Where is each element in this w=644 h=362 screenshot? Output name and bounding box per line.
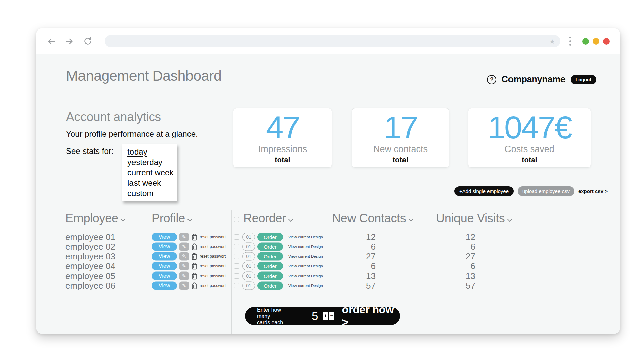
refresh-icon[interactable] <box>83 36 93 46</box>
column-header-unique-visits[interactable]: Unique Visits <box>436 211 512 225</box>
trash-icon[interactable] <box>191 243 197 250</box>
new-contacts-value: 57 <box>338 280 376 291</box>
export-csv-link[interactable]: export csv > <box>578 188 608 194</box>
period-option-last-week[interactable]: last week <box>127 178 177 188</box>
stat-sub: total <box>468 156 591 164</box>
stat-value: 1047€ <box>468 112 591 143</box>
cards-quantity-value[interactable]: 5 <box>312 309 318 323</box>
trash-icon[interactable] <box>191 282 197 289</box>
order-button[interactable]: Order <box>257 262 283 270</box>
view-button[interactable]: View <box>152 242 177 251</box>
help-icon[interactable]: ? <box>487 75 496 84</box>
order-button[interactable]: Order <box>257 242 283 251</box>
unique-visits-value: 13 <box>439 270 475 281</box>
stat-card-costs-saved: 1047€ Costs saved total <box>468 108 591 168</box>
trash-icon[interactable] <box>191 252 197 260</box>
view-current-design-link[interactable]: View current Design <box>288 274 323 278</box>
view-current-design-link[interactable]: View current Design <box>288 235 323 239</box>
increase-quantity-button[interactable]: + <box>323 312 328 320</box>
order-button[interactable]: Order <box>257 272 283 280</box>
reset-password-link[interactable]: reset passwort <box>200 254 226 259</box>
analytics-subtitle: Your profile performance at a glance. <box>66 129 198 139</box>
reset-password-link[interactable]: reset passwort <box>200 244 226 249</box>
reorder-checkbox[interactable] <box>234 234 239 240</box>
employee-name: employee 04 <box>65 261 115 271</box>
traffic-light-green[interactable] <box>582 38 589 45</box>
column-header-profile[interactable]: Profile <box>152 211 192 225</box>
edit-pencil-icon[interactable]: ✎ <box>179 272 189 280</box>
view-button[interactable]: View <box>152 252 177 260</box>
edit-pencil-icon[interactable]: ✎ <box>179 242 189 251</box>
view-button[interactable]: View <box>152 281 177 290</box>
reorder-checkbox[interactable] <box>234 254 239 259</box>
reset-password-link[interactable]: reset passwort <box>200 283 226 288</box>
stat-card-impressions: 47 Impressions total <box>233 108 332 168</box>
quantity-badge[interactable]: 01 <box>242 242 255 251</box>
trash-icon[interactable] <box>191 262 197 270</box>
trash-icon[interactable] <box>191 233 197 241</box>
select-all-checkbox[interactable] <box>234 217 239 222</box>
order-button[interactable]: Order <box>257 233 283 241</box>
quantity-badge[interactable]: 01 <box>242 233 255 241</box>
table-row: employee 02 View ✎ reset passwort 01 Ord… <box>36 242 620 251</box>
view-current-design-link[interactable]: View current Design <box>288 254 323 258</box>
browser-nav <box>46 36 93 46</box>
reorder-checkbox[interactable] <box>234 283 239 288</box>
view-button[interactable]: View <box>152 233 177 241</box>
reorder-checkbox[interactable] <box>234 273 239 279</box>
order-now-button[interactable]: order now > <box>342 303 400 329</box>
quantity-badge[interactable]: 01 <box>242 281 255 290</box>
view-current-design-link[interactable]: View current Design <box>288 264 323 268</box>
dashboard-content: Management Dashboard ? Companyname Logou… <box>36 54 620 334</box>
order-now-bar[interactable]: Enter how many cards each 5 + − order no… <box>245 307 400 325</box>
quantity-badge[interactable]: 01 <box>242 262 255 270</box>
upload-employee-csv-button[interactable]: upload employee csv <box>518 186 574 196</box>
decrease-quantity-button[interactable]: − <box>329 312 334 320</box>
order-button[interactable]: Order <box>257 281 283 290</box>
quantity-badge[interactable]: 01 <box>242 272 255 280</box>
table-row: employee 06 View ✎ reset passwort 01 Ord… <box>36 281 620 290</box>
reset-password-link[interactable]: reset passwort <box>200 235 226 239</box>
view-button[interactable]: View <box>152 272 177 280</box>
view-current-design-link[interactable]: View current Design <box>288 284 323 288</box>
bookmark-star-icon[interactable]: ★ <box>549 38 555 44</box>
column-header-reorder[interactable]: Reorder <box>243 211 292 225</box>
period-option-yesterday[interactable]: yesterday <box>127 157 177 167</box>
traffic-light-red[interactable] <box>603 38 610 45</box>
new-contacts-value: 6 <box>338 261 376 271</box>
forward-icon[interactable] <box>64 36 74 46</box>
employee-name: employee 05 <box>65 270 115 281</box>
table-row: employee 01 View ✎ reset passwort 01 Ord… <box>36 232 620 242</box>
reset-password-link[interactable]: reset passwort <box>200 264 226 268</box>
order-button[interactable]: Order <box>257 252 283 260</box>
edit-pencil-icon[interactable]: ✎ <box>179 233 189 241</box>
stat-card-new-contacts: 17 New contacts total <box>352 108 449 168</box>
trash-icon[interactable] <box>191 272 197 280</box>
view-button[interactable]: View <box>152 262 177 270</box>
reset-password-link[interactable]: reset passwort <box>200 274 226 278</box>
quantity-badge[interactable]: 01 <box>242 252 255 260</box>
back-icon[interactable] <box>46 36 56 46</box>
period-option-custom[interactable]: custom <box>127 188 177 198</box>
view-current-design-link[interactable]: View current Design <box>288 245 323 249</box>
new-contacts-value: 27 <box>338 251 376 261</box>
reorder-checkbox[interactable] <box>234 263 239 269</box>
reorder-checkbox[interactable] <box>234 244 239 249</box>
url-bar[interactable]: ★ <box>105 35 560 47</box>
edit-pencil-icon[interactable]: ✎ <box>179 252 189 260</box>
stat-value: 17 <box>352 112 449 143</box>
menu-dots-icon[interactable] <box>568 35 572 47</box>
traffic-light-yellow[interactable] <box>593 38 599 45</box>
chevron-down-icon <box>121 217 125 222</box>
logout-button[interactable]: Logout <box>571 75 596 84</box>
chevron-down-icon <box>408 217 413 222</box>
column-header-new-contacts[interactable]: New Contacts <box>332 211 413 225</box>
add-single-employee-button[interactable]: +Add single employee <box>454 186 514 196</box>
period-dropdown: today yesterday current week last week c… <box>122 144 177 201</box>
column-header-employee[interactable]: Employee <box>65 211 125 225</box>
order-prompt: Enter how many cards each <box>257 307 294 326</box>
period-option-today[interactable]: today <box>127 146 177 157</box>
period-option-current-week[interactable]: current week <box>127 167 177 178</box>
edit-pencil-icon[interactable]: ✎ <box>179 262 189 270</box>
edit-pencil-icon[interactable]: ✎ <box>179 281 189 290</box>
